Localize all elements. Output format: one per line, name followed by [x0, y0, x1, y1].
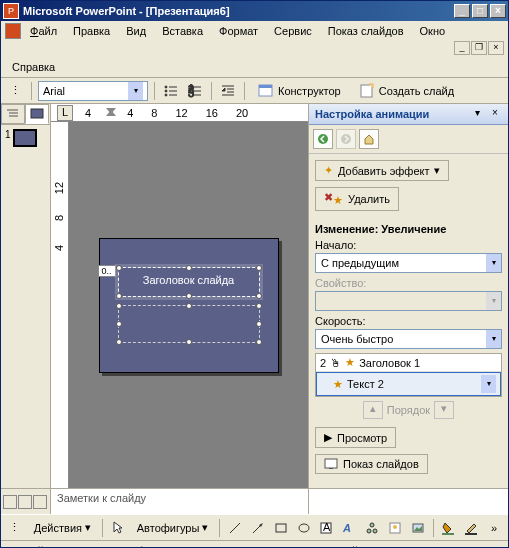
taskpane-close[interactable]: × — [488, 107, 502, 121]
change-label: Изменение: Увеличение — [315, 223, 502, 235]
move-up-button[interactable]: ▴ — [363, 401, 383, 419]
svg-point-0 — [165, 86, 167, 88]
mdi-minimize[interactable]: _ — [454, 41, 470, 55]
designer-button[interactable]: Конструктор — [251, 80, 348, 102]
close-button[interactable]: × — [490, 4, 506, 18]
chevron-down-icon[interactable]: ▾ — [128, 82, 143, 100]
svg-rect-19 — [361, 85, 372, 97]
notes-input[interactable]: Заметки к слайду — [51, 489, 308, 514]
ruler-horizontal: L 4 4 8 12 16 20 — [51, 104, 308, 122]
diagram-icon[interactable] — [362, 518, 382, 538]
menu-tools[interactable]: Сервис — [267, 23, 319, 39]
normal-view-button[interactable] — [3, 495, 17, 509]
speed-combo[interactable]: Очень быстро ▾ — [315, 329, 502, 349]
new-slide-button[interactable]: Создать слайд — [352, 80, 461, 102]
title-placeholder[interactable]: Заголовок слайда — [118, 267, 260, 297]
status-bar: Слайд 1 из 1 Оформление по умолчанию рус… — [1, 540, 508, 548]
arrow-icon[interactable] — [248, 518, 268, 538]
move-down-button[interactable]: ▾ — [434, 401, 454, 419]
nav-back-button[interactable] — [313, 129, 333, 149]
svg-rect-28 — [325, 459, 337, 468]
chevron-down-icon: ▾ — [486, 292, 501, 310]
actions-menu[interactable]: Действия ▾ — [28, 519, 97, 536]
nav-home-button[interactable] — [359, 129, 379, 149]
body-placeholder[interactable] — [118, 305, 260, 343]
animation-item[interactable]: ★ Текст 2 ▾ — [316, 372, 501, 396]
svg-text:A: A — [342, 522, 351, 534]
chevron-down-icon[interactable]: ▾ — [486, 330, 501, 348]
taskpane-dropdown[interactable]: ▾ — [470, 107, 484, 121]
slide-editor: L 4 4 8 12 16 20 12 8 4 0.. Заголовок сл… — [51, 104, 308, 488]
minimize-button[interactable]: _ — [454, 4, 470, 18]
preview-button[interactable]: ▶ Просмотр — [315, 427, 396, 448]
svg-rect-23 — [31, 109, 43, 118]
slide-canvas[interactable]: 0.. Заголовок слайда — [99, 238, 279, 373]
formatting-toolbar: ⋮ Arial ▾ 123 Конструктор Создать слайд — [1, 78, 508, 104]
numbering-icon[interactable]: 123 — [185, 81, 205, 101]
play-icon: ▶ — [324, 431, 332, 444]
svg-point-4 — [165, 94, 167, 96]
add-effect-button[interactable]: ✦ Добавить эффект ▾ — [315, 160, 449, 181]
star-icon: ✦ — [324, 164, 333, 177]
fill-color-icon[interactable] — [439, 518, 459, 538]
outline-tab[interactable] — [1, 104, 25, 124]
autoshapes-menu[interactable]: Автофигуры ▾ — [131, 519, 215, 536]
chevron-down-icon[interactable]: ▾ — [486, 254, 501, 272]
animation-item[interactable]: 2 🖱 ★ Заголовок 1 — [316, 354, 501, 372]
sorter-view-button[interactable] — [18, 495, 32, 509]
tab-selector[interactable]: L — [57, 105, 73, 121]
textbox-icon[interactable]: A — [317, 518, 337, 538]
menu-format[interactable]: Формат — [212, 23, 265, 39]
oval-icon[interactable] — [294, 518, 314, 538]
line-color-icon[interactable] — [461, 518, 481, 538]
menu-help[interactable]: Справка — [5, 59, 62, 75]
window-title: Microsoft PowerPoint - [Презентация6] — [23, 5, 454, 17]
slideshow-view-button[interactable] — [33, 495, 47, 509]
bullets-icon[interactable] — [161, 81, 181, 101]
menu-bar: Файл Правка Вид Вставка Формат Сервис По… — [1, 21, 508, 78]
slides-tab[interactable] — [25, 104, 49, 124]
start-combo[interactable]: С предыдущим ▾ — [315, 253, 502, 273]
svg-rect-33 — [276, 524, 286, 532]
app-menu-icon[interactable] — [5, 23, 21, 39]
nav-forward-button[interactable] — [336, 129, 356, 149]
menu-file[interactable]: Файл — [23, 23, 64, 39]
menu-edit[interactable]: Правка — [66, 23, 117, 39]
font-combo[interactable]: Arial ▾ — [38, 81, 148, 101]
picture-icon[interactable] — [408, 518, 428, 538]
status-language: русский (Россия) — [310, 545, 412, 549]
mdi-close[interactable]: × — [488, 41, 504, 55]
mdi-restore[interactable]: ❐ — [471, 41, 487, 55]
svg-rect-18 — [259, 85, 272, 88]
new-slide-icon — [359, 83, 375, 99]
menu-view[interactable]: Вид — [119, 23, 153, 39]
svg-rect-46 — [465, 533, 477, 535]
decrease-indent-icon[interactable] — [218, 81, 238, 101]
slide-thumbnail[interactable]: 1 — [5, 129, 46, 147]
outline-pane: 1 — [1, 104, 51, 488]
svg-point-2 — [165, 90, 167, 92]
more-icon[interactable]: » — [484, 518, 504, 538]
task-pane: Настройка анимации ▾ × ✦ Добавить эффект… — [308, 104, 508, 488]
clipart-icon[interactable] — [385, 518, 405, 538]
toolbar-handle[interactable]: ⋮ — [5, 81, 25, 101]
taskpane-header: Настройка анимации ▾ × — [309, 104, 508, 125]
remove-effect-button[interactable]: ✖★ Удалить — [315, 187, 399, 211]
svg-point-34 — [299, 524, 309, 532]
select-icon[interactable] — [108, 518, 128, 538]
remove-icon: ✖★ — [324, 191, 343, 207]
animation-tag[interactable]: 0.. — [98, 265, 116, 277]
toolbar-handle[interactable]: ⋮ — [5, 518, 25, 538]
menu-window[interactable]: Окно — [413, 23, 453, 39]
slideshow-button[interactable]: Показ слайдов — [315, 454, 428, 474]
maximize-button[interactable]: □ — [472, 4, 488, 18]
svg-point-38 — [370, 523, 374, 527]
start-label: Начало: — [315, 239, 502, 251]
menu-slideshow[interactable]: Показ слайдов — [321, 23, 411, 39]
line-icon[interactable] — [225, 518, 245, 538]
menu-insert[interactable]: Вставка — [155, 23, 210, 39]
chevron-down-icon: ▾ — [434, 164, 440, 177]
wordart-icon[interactable]: A — [339, 518, 359, 538]
chevron-down-icon[interactable]: ▾ — [481, 375, 496, 393]
rectangle-icon[interactable] — [271, 518, 291, 538]
